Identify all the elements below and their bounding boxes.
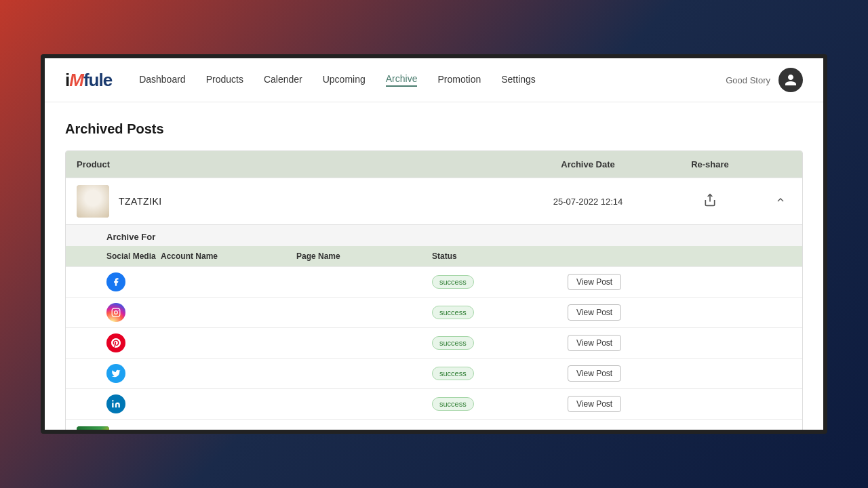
- twitter-status: success: [432, 367, 474, 380]
- pinterest-icon-cell: [106, 333, 161, 352]
- window-frame: iMfule Dashboard Products Calender Upcom…: [41, 54, 827, 434]
- nav-promotion[interactable]: Promotion: [437, 74, 481, 86]
- social-header-platform: Social Media: [106, 251, 161, 261]
- twitter-icon-cell: [106, 364, 161, 383]
- social-row-facebook: success View Post: [66, 266, 802, 297]
- social-header-page: Page Name: [296, 251, 432, 261]
- svg-rect-1: [112, 308, 120, 317]
- corner-bl: [41, 415, 60, 434]
- facebook-icon-cell: [106, 272, 161, 291]
- header-archive-date: Archive Date: [520, 159, 656, 169]
- linkedin-status: success: [432, 397, 474, 411]
- product-cell-7up: 7UP FREE 33cl: [77, 426, 520, 430]
- tzatziki-name: TZATZIKI: [119, 196, 162, 207]
- social-row-pinterest: success View Post: [66, 327, 802, 358]
- product-row-tzatziki: TZATZIKI 25-07-2022 12:14: [66, 178, 802, 419]
- page-title: Archived Posts: [65, 121, 803, 137]
- user-name: Good Story: [726, 75, 770, 85]
- svg-point-3: [118, 310, 119, 310]
- nav-links: Dashboard Products Calender Upcoming Arc…: [139, 73, 726, 87]
- pinterest-status: success: [432, 336, 474, 350]
- nav-right: Good Story: [726, 68, 803, 92]
- archive-for-title: Archive For: [66, 225, 802, 246]
- product-row-7up-main: 7UP FREE 33cl 16-07-2022 03:30: [66, 419, 802, 430]
- table-header: Product Archive Date Re-share: [66, 151, 802, 178]
- linkedin-icon-cell: [106, 394, 161, 413]
- nav-products[interactable]: Products: [206, 74, 243, 86]
- svg-point-2: [115, 311, 118, 314]
- twitter-view-post-button[interactable]: View Post: [568, 365, 621, 382]
- nav-calender[interactable]: Calender: [264, 74, 302, 86]
- nav-settings[interactable]: Settings: [501, 74, 536, 86]
- social-row-instagram: success View Post: [66, 297, 802, 327]
- linkedin-icon: [106, 394, 125, 413]
- svg-point-4: [112, 400, 113, 401]
- pinterest-icon: [106, 333, 125, 352]
- social-header-status: Status: [432, 251, 568, 261]
- social-header-account: Account Name: [161, 251, 296, 261]
- header-reshare: Re-share: [656, 159, 764, 169]
- archive-for-section-tzatziki: Archive For Social Media Account Name Pa…: [66, 224, 802, 419]
- logo: iMfule: [65, 70, 112, 91]
- social-table-header: Social Media Account Name Page Name Stat…: [66, 246, 802, 266]
- tzatziki-thumbnail: [77, 185, 109, 218]
- facebook-view-post-button[interactable]: View Post: [568, 274, 621, 290]
- instagram-icon: [106, 303, 125, 322]
- tzatziki-date: 25-07-2022 12:14: [553, 197, 623, 207]
- corner-br: [808, 415, 827, 434]
- pinterest-view-post-button[interactable]: View Post: [568, 335, 621, 351]
- navbar: iMfule Dashboard Products Calender Upcom…: [45, 58, 823, 102]
- social-header-action: [568, 251, 791, 261]
- facebook-status: success: [432, 275, 474, 289]
- tzatziki-reshare-icon[interactable]: [703, 196, 717, 209]
- instagram-view-post-button[interactable]: View Post: [568, 304, 621, 321]
- product-row-7up: 7UP FREE 33cl 16-07-2022 03:30: [66, 419, 802, 430]
- nav-upcoming[interactable]: Upcoming: [323, 74, 366, 86]
- header-action: [764, 159, 791, 169]
- corner-tl: [41, 54, 60, 73]
- avatar[interactable]: [778, 68, 803, 92]
- archive-table: Product Archive Date Re-share TZATZIKI 2…: [65, 150, 803, 430]
- product-row-tzatziki-main: TZATZIKI 25-07-2022 12:14: [66, 178, 802, 224]
- twitter-icon: [106, 364, 125, 383]
- nav-archive[interactable]: Archive: [386, 73, 418, 87]
- header-product: Product: [77, 159, 520, 169]
- corner-tr: [808, 54, 827, 73]
- social-row-twitter: success View Post: [66, 358, 802, 388]
- sevenup-thumbnail: [77, 426, 109, 430]
- instagram-status: success: [432, 306, 474, 319]
- nav-dashboard[interactable]: Dashboard: [139, 74, 186, 86]
- main-content: Archived Posts Product Archive Date Re-s…: [45, 102, 823, 430]
- instagram-icon-cell: [106, 303, 161, 322]
- tzatziki-chevron[interactable]: [775, 196, 786, 207]
- product-cell-tzatziki: TZATZIKI: [77, 185, 520, 218]
- linkedin-view-post-button[interactable]: View Post: [568, 396, 621, 412]
- social-row-linkedin: success View Post: [66, 388, 802, 419]
- facebook-icon: [106, 272, 125, 291]
